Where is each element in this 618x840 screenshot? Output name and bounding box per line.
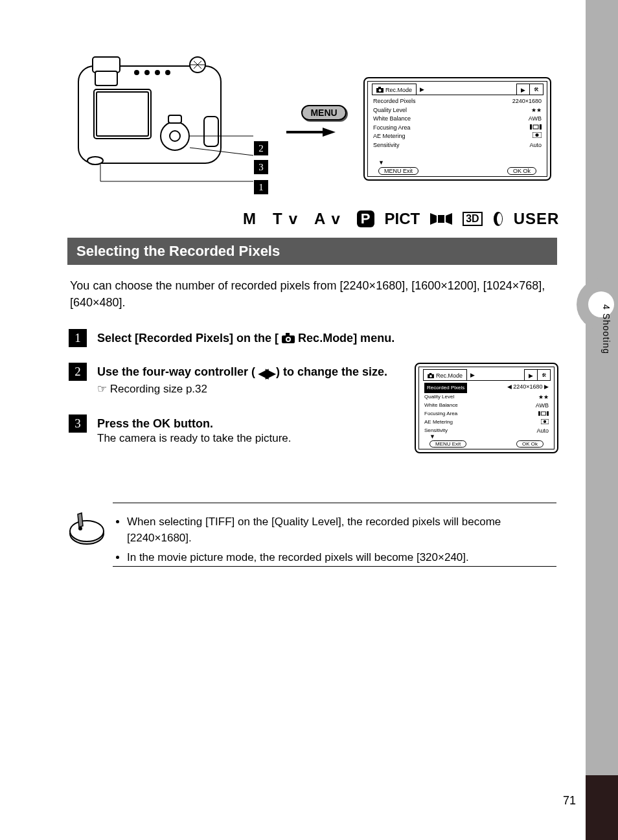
lcd2-r2-val: ★★ (538, 393, 549, 402)
divider (113, 503, 556, 503)
svg-marker-31 (446, 213, 452, 225)
svg-point-11 (155, 71, 159, 74)
svg-rect-1 (93, 57, 120, 73)
sidebar-number: 4 (601, 304, 612, 310)
page-number: 71 (563, 794, 576, 808)
svg-rect-26 (540, 124, 542, 130)
lcd1-tab-setup: 🛠 (529, 84, 544, 95)
tab-arrow-icon: ▶ (470, 372, 475, 378)
svg-point-37 (287, 338, 290, 341)
svg-marker-20 (323, 128, 336, 137)
mode-m: M (243, 210, 262, 228)
memo-icon (69, 510, 105, 547)
mode-filter-icon (493, 211, 503, 227)
sidebar-thumb-tab (577, 278, 618, 330)
svg-rect-22 (378, 87, 381, 89)
memo-item-1: When selecting [TIFF] on the [Quality Le… (127, 514, 557, 546)
lcd2-r2-label: Quality Level (424, 393, 454, 402)
camera-icon (376, 87, 383, 93)
svg-point-45 (544, 420, 546, 423)
lcd1-r1-label: Recorded Pixels (373, 97, 416, 106)
svg-rect-41 (542, 412, 546, 415)
lcd1-r4-val (530, 124, 542, 133)
lcd1-r3-label: White Balance (373, 115, 411, 124)
lcd2-r6-label: Sensitivity (424, 427, 448, 435)
svg-rect-2 (95, 71, 117, 85)
mode-tv: Tv (273, 210, 304, 228)
lcd1-r6-val: Auto (529, 141, 542, 150)
step-1-text-a: Select [Recorded Pixels] on the [ (97, 332, 279, 345)
lcd1-tab-play: ▶ (516, 84, 530, 95)
menu-button-label: MENU (301, 105, 347, 120)
lcd1-ok-label: OK Ok (507, 167, 536, 175)
svg-point-33 (497, 213, 502, 225)
lcd2-exit-label: MENU Exit (429, 440, 466, 448)
lcd1-exit-label: MENU Exit (378, 167, 418, 175)
lcd2-r3-label: White Balance (424, 402, 458, 410)
sidebar-section-label: 4 Shooting (601, 304, 612, 354)
mode-panorama-icon (430, 213, 452, 225)
svg-point-48 (78, 527, 82, 530)
lcd1-menu-rows: Recorded Pixels2240×1680 Quality Level★★… (373, 97, 542, 150)
arrow-icon (285, 126, 337, 138)
svg-point-9 (135, 71, 139, 74)
lcd2-r1-label: Recorded Pixels (424, 383, 467, 393)
svg-rect-42 (538, 411, 540, 416)
step-3-sub: The camera is ready to take the picture. (97, 431, 402, 446)
svg-point-14 (87, 157, 103, 165)
tab-arrow-icon: ▶ (420, 86, 424, 93)
camera-illustration (74, 52, 269, 188)
step-3-text-main: Press the OK button. (97, 417, 213, 430)
svg-rect-4 (97, 92, 148, 136)
lcd2-ok-label: OK Ok (516, 440, 544, 448)
lcd2-tab-rec: Rec.Mode (423, 369, 467, 381)
lcd2-r5-val (541, 418, 549, 427)
lcd2-tab-label: Rec.Mode (436, 372, 463, 379)
svg-point-12 (166, 71, 170, 74)
step-1-text: Select [Recorded Pixels] on the [ Rec.Mo… (97, 330, 402, 346)
svg-rect-8 (168, 115, 181, 123)
lcd1-r2-val: ★★ (531, 106, 542, 115)
sidebar-accent (586, 775, 618, 840)
left-right-arrow-icon: ◀▶ (258, 365, 273, 382)
camera-icon (428, 373, 434, 378)
lcd2-r3-val: AWB (536, 402, 549, 410)
intro-text: You can choose the number of recorded pi… (70, 277, 556, 311)
step-2-sub: ☞ Recording size p.32 (97, 382, 402, 397)
mode-user: USER (514, 210, 560, 228)
lcd2-tab-setup: 🛠 (537, 369, 551, 381)
camera-icon (282, 333, 295, 343)
svg-rect-13 (204, 117, 218, 146)
mode-av: Av (314, 210, 347, 228)
callout-2: 2 (254, 141, 268, 155)
lcd2-r1-val: ◀ 2240×1680 ▶ (507, 383, 549, 393)
lcd1-scroll-icon: ▼ (378, 159, 384, 166)
svg-point-40 (429, 375, 432, 378)
lcd2-r4-val (538, 410, 549, 418)
svg-point-7 (170, 131, 180, 141)
lcd2-r6-val: Auto (536, 427, 549, 435)
mode-p: P (357, 210, 374, 227)
svg-rect-35 (286, 333, 290, 336)
lcd1-r2-label: Quality Level (373, 106, 407, 115)
callout-1: 1 (254, 180, 268, 194)
lcd1-r5-val (532, 132, 542, 141)
step-2-num: 2 (69, 363, 87, 381)
sidebar (586, 0, 618, 840)
step-3-text: Press the OK button. The camera is ready… (97, 416, 402, 446)
section-title: Selecting the Recorded Pixels (67, 238, 557, 265)
mode-3d: 3D (463, 212, 482, 226)
step-2-text: Use the four-way controller ( ◀▶ ) to ch… (97, 364, 402, 397)
divider (113, 566, 556, 567)
svg-point-23 (379, 89, 382, 92)
sidebar-text: Shooting (601, 313, 612, 354)
callout-3: 3 (254, 160, 268, 174)
svg-point-10 (145, 71, 149, 74)
svg-rect-43 (547, 411, 549, 416)
lcd1-tab-rec: Rec.Mode (372, 84, 417, 95)
lcd2-tab-play: ▶ (524, 369, 538, 381)
lcd1-r5-label: AE Metering (373, 132, 406, 141)
svg-rect-25 (530, 124, 532, 130)
svg-point-47 (70, 521, 104, 541)
lcd-screen-2: Rec.Mode ▶ ▶ 🛠 Recorded Pixels ◀ 2240×16… (415, 363, 558, 453)
